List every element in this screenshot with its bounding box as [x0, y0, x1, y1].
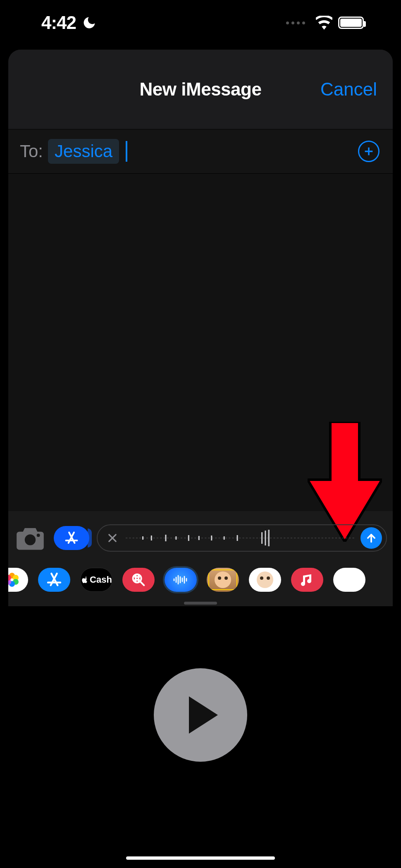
tray-app-stickers[interactable]: [249, 568, 281, 592]
sheet-title: New iMessage: [140, 79, 262, 100]
battery-icon: [338, 17, 364, 29]
status-bar: 4:42: [0, 0, 401, 45]
apps-button[interactable]: [54, 526, 89, 550]
page-dots-icon: [286, 22, 305, 24]
drawer-handle[interactable]: [184, 602, 217, 605]
tray-app-hashtag-images[interactable]: [122, 568, 155, 592]
audio-message-pill: [97, 524, 387, 552]
camera-button[interactable]: [14, 525, 46, 551]
tray-app-memoji[interactable]: [207, 568, 239, 592]
text-cursor: [126, 141, 127, 162]
tray-app-apple-cash[interactable]: Cash: [80, 568, 112, 592]
apple-cash-label: Cash: [90, 574, 112, 585]
wifi-icon: [316, 16, 332, 30]
add-contact-button[interactable]: [358, 141, 380, 162]
send-button[interactable]: [360, 527, 382, 549]
to-field-row[interactable]: To: Jessica: [8, 129, 393, 174]
discard-audio-button[interactable]: [105, 531, 120, 545]
svg-marker-46: [189, 696, 218, 734]
new-message-sheet: New iMessage Cancel To: Jessica: [8, 50, 393, 606]
sheet-header: New iMessage Cancel: [8, 50, 393, 129]
status-left: 4:42: [41, 12, 97, 33]
conversation-area: [8, 174, 393, 511]
status-time: 4:42: [41, 12, 76, 33]
imessage-app-tray[interactable]: Cash: [8, 561, 393, 599]
tray-app-music[interactable]: [291, 568, 323, 592]
audio-waveform[interactable]: [126, 530, 355, 546]
to-label: To:: [20, 141, 43, 161]
recipient-chip[interactable]: Jessica: [48, 139, 119, 164]
tray-app-appstore[interactable]: [38, 568, 70, 592]
do-not-disturb-icon: [82, 15, 97, 30]
compose-row: [14, 519, 387, 557]
svg-point-3: [37, 534, 40, 537]
status-right: [286, 16, 364, 30]
svg-line-34: [141, 582, 144, 585]
tray-app-more[interactable]: [333, 568, 365, 592]
play-button[interactable]: [154, 668, 247, 762]
home-indicator[interactable]: [126, 856, 275, 860]
tray-app-photos[interactable]: [8, 568, 28, 592]
cancel-button[interactable]: Cancel: [320, 79, 377, 100]
svg-point-2: [25, 534, 36, 545]
audio-playback-panel: [0, 606, 401, 868]
tray-app-audio-messages[interactable]: [165, 568, 197, 592]
